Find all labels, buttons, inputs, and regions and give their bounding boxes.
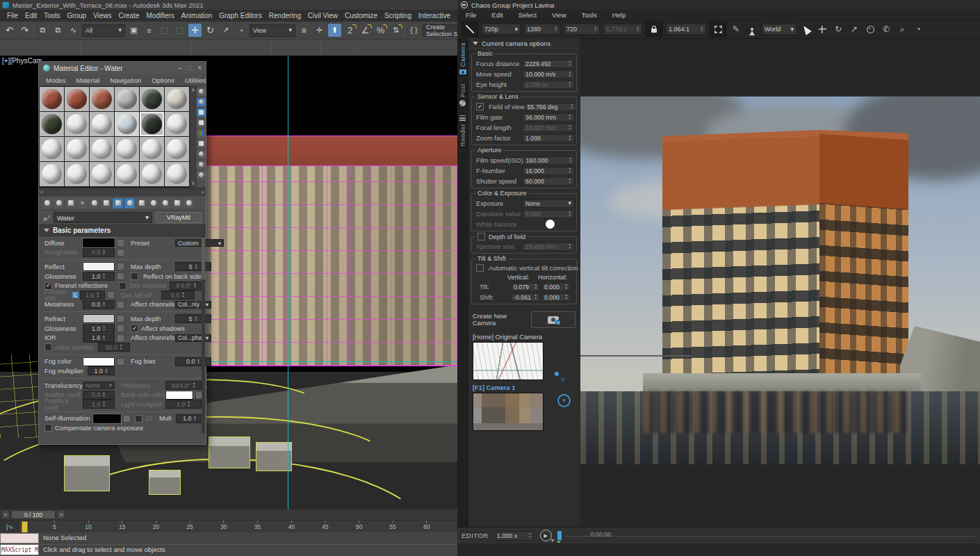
sun-light-icon[interactable]: [161, 42, 173, 54]
background-icon[interactable]: [197, 108, 206, 117]
refract-glossiness-field[interactable]: 1.0▲▼: [83, 324, 115, 333]
play-button[interactable]: ▶: [540, 530, 552, 541]
viewport-label[interactable]: [+][PhysCam: [2, 57, 42, 65]
material-sample-slot[interactable]: [140, 112, 164, 136]
foliage-icon[interactable]: [256, 42, 268, 54]
reflect-map-button[interactable]: [117, 263, 124, 270]
roughness-map-button[interactable]: [117, 249, 124, 256]
help-ring-icon[interactable]: [339, 42, 352, 54]
grid-icon[interactable]: [419, 42, 432, 54]
material-map-navigator-icon[interactable]: [197, 171, 206, 179]
sample-hscrollbar[interactable]: < >: [39, 188, 206, 196]
tab-post[interactable]: Post: [457, 79, 468, 111]
mirror-icon[interactable]: [4, 42, 17, 54]
scroll-down-icon[interactable]: ∨: [191, 181, 195, 186]
field-of-view-checkbox[interactable]: ✓: [476, 103, 484, 111]
material-sample-slot[interactable]: [65, 112, 89, 136]
camera-orbit-icon[interactable]: ✆: [880, 24, 892, 35]
rotate-tool-icon[interactable]: ↻: [832, 24, 844, 35]
light-multiplier-field[interactable]: 1.0▲▼: [165, 400, 202, 409]
max-menu-item[interactable]: Create: [117, 12, 140, 19]
max-menu-item[interactable]: Views: [92, 12, 113, 19]
unlink-icon[interactable]: ⧉: [51, 24, 65, 37]
params-scrollbar[interactable]: [202, 236, 205, 433]
go-to-parent-icon[interactable]: [148, 198, 158, 208]
render-viewport[interactable]: [580, 96, 980, 464]
camera-item-label[interactable]: [Home] Original Camera: [473, 334, 575, 341]
redo-icon[interactable]: ↷: [18, 24, 31, 37]
resolution-width-field[interactable]: 1280▲▼: [524, 24, 560, 35]
select-rotate-icon[interactable]: ↻: [204, 24, 217, 37]
refract-glossiness-map-button[interactable]: [117, 325, 124, 332]
select-scale-icon[interactable]: ↗: [219, 24, 232, 37]
material-sample-slot[interactable]: [165, 162, 189, 186]
metalness-field[interactable]: 0.0▲▼: [83, 300, 115, 309]
render-setup-icon[interactable]: [35, 42, 47, 54]
show-end-result-icon[interactable]: [136, 198, 147, 208]
material-sample-slot[interactable]: [90, 137, 114, 161]
lavina-menu-item[interactable]: Select: [517, 11, 538, 19]
selection-filter-dropdown[interactable]: All▾: [82, 24, 125, 37]
material-sample-slot[interactable]: [90, 87, 114, 111]
refract-max-depth-field[interactable]: 5▲▼: [175, 314, 211, 323]
cone-primitive-icon[interactable]: [145, 42, 158, 54]
shift-vertical-field[interactable]: -0.061▲▼: [512, 293, 539, 302]
refract-map-button[interactable]: [117, 315, 124, 322]
snaps-toggle-icon[interactable]: 2: [343, 24, 357, 37]
fresnel-ior-lock-button[interactable]: L: [72, 292, 79, 298]
focal-length-field[interactable]: 33.827 mm▲▼: [523, 124, 574, 132]
curve-editor-toggle-icon[interactable]: |∿: [0, 521, 19, 533]
material-sample-slot[interactable]: [140, 137, 164, 161]
material-sample-slot[interactable]: [165, 112, 189, 136]
put-to-scene-icon[interactable]: [54, 198, 64, 208]
spinner-snap-icon[interactable]: ⇅: [389, 24, 402, 37]
max-menu-item[interactable]: Rendering: [268, 12, 302, 19]
backlight-icon[interactable]: [197, 98, 206, 106]
material-editor-menu-item[interactable]: Material: [75, 76, 101, 84]
undo-icon[interactable]: ↶: [3, 24, 16, 37]
sample-type-icon[interactable]: [197, 88, 206, 96]
snowflake-icon[interactable]: [240, 42, 253, 54]
max-menu-item[interactable]: Interactive: [417, 12, 452, 19]
fog-bias-field[interactable]: 0.0▲▼: [175, 357, 211, 366]
thickness-field[interactable]: 83'4.0"▲▼: [165, 381, 202, 390]
fog-color-map-button[interactable]: [117, 358, 124, 366]
battery-icon[interactable]: [324, 42, 336, 54]
roughness-field[interactable]: 0.0▲▼: [83, 248, 115, 257]
prev-frame-button[interactable]: <: [1, 510, 10, 519]
video-color-check-icon[interactable]: [197, 129, 206, 138]
cloud-icon[interactable]: [19, 42, 32, 54]
tab-render[interactable]: Render: [457, 111, 468, 152]
max-menu-item[interactable]: Scripting: [383, 12, 413, 19]
dim-distance-checkbox[interactable]: [119, 282, 126, 290]
resolution-height-field[interactable]: 720▲▼: [564, 24, 600, 35]
scale-tool-icon[interactable]: ↗: [848, 24, 860, 35]
blue-sphere-icon[interactable]: [275, 42, 287, 54]
maxscript-mini-listener[interactable]: MAXScript Mi:: [0, 544, 39, 555]
eye-height-field[interactable]: 1.700 m▲▼: [523, 81, 574, 89]
rain-icon[interactable]: [195, 42, 207, 54]
material-type-button[interactable]: VRayMtl: [156, 212, 202, 223]
pyramid-helper-icon[interactable]: [225, 42, 238, 54]
max-menu-item[interactable]: Animation: [180, 12, 213, 19]
macro-recorder-field[interactable]: [0, 533, 39, 543]
select-link-icon[interactable]: ⧉: [36, 24, 49, 37]
fog-color-swatch[interactable]: [83, 357, 115, 366]
sample-uv-icon[interactable]: [172, 198, 182, 208]
color-dots-icon[interactable]: [290, 42, 302, 54]
material-sample-slot[interactable]: [65, 137, 89, 161]
metalness-map-button[interactable]: [117, 301, 124, 309]
scatter-field[interactable]: 0.0▲▼: [83, 391, 115, 400]
material-sample-slot[interactable]: [40, 137, 64, 161]
show-map-in-viewport-icon[interactable]: [124, 198, 135, 208]
material-sample-slot[interactable]: [140, 162, 164, 186]
max-menu-item[interactable]: Civil View: [307, 12, 339, 19]
fresnel-ior-map-button[interactable]: [107, 291, 115, 299]
make-preview-icon[interactable]: [197, 140, 206, 148]
material-sample-slot[interactable]: [165, 137, 189, 161]
max-menu-item[interactable]: Customize: [343, 12, 379, 19]
camera-options-header[interactable]: Current camera options: [468, 38, 580, 49]
select-manipulate-icon[interactable]: ✛: [313, 24, 326, 37]
sphere-primitive-icon[interactable]: [115, 42, 127, 54]
film-gate-field[interactable]: 36.000 mm▲▼: [523, 113, 574, 122]
